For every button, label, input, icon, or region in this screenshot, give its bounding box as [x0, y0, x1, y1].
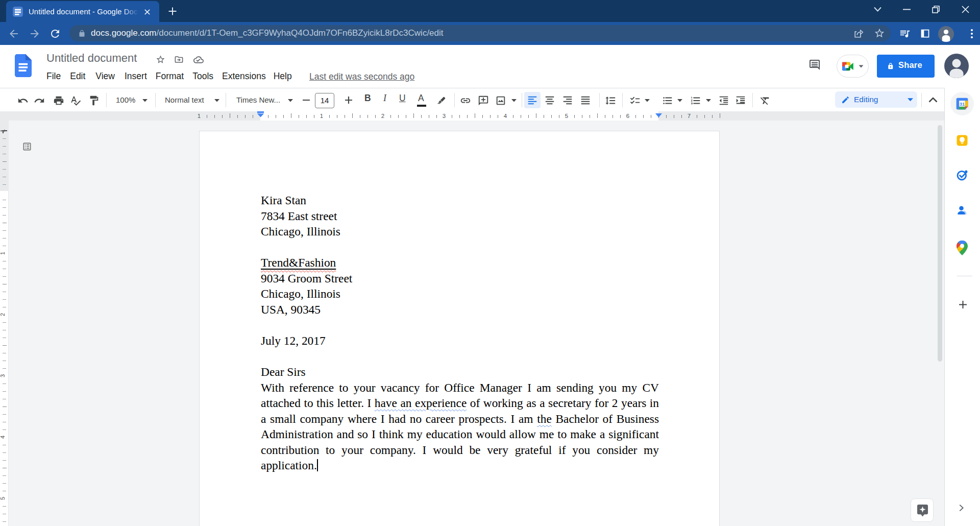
- svg-text:31: 31: [960, 102, 965, 107]
